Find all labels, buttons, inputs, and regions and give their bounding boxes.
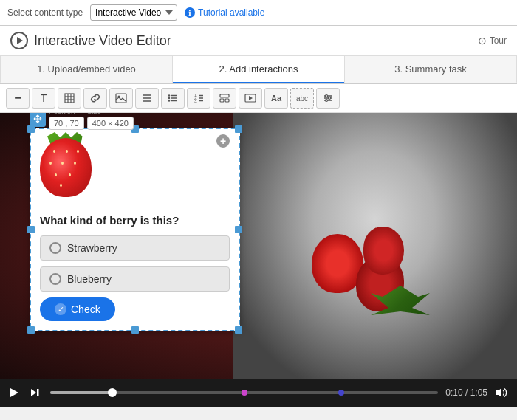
check-icon: ✓ (55, 303, 66, 315)
toolbar-table-button[interactable] (58, 88, 81, 109)
progress-thumb[interactable] (108, 388, 117, 397)
strawberry-cluster (290, 219, 437, 337)
tab-upload[interactable]: 1. Upload/embed video (0, 56, 173, 83)
editor-header: Interactive Video Editor Tour (0, 26, 517, 56)
option-strawberry-label: Strawberry (67, 242, 117, 254)
layout-icon (219, 94, 230, 103)
option-blueberry[interactable]: Blueberry (40, 266, 230, 292)
check-label: Check (71, 303, 100, 315)
editor-title: Interactive Video Editor (10, 32, 171, 49)
settings-icon (323, 93, 333, 103)
table-icon (64, 93, 75, 103)
resize-handle-br[interactable] (235, 326, 242, 334)
toolbar: − T (0, 84, 517, 113)
position-bar: Position 70 , 70 Size 400 × 420 (30, 113, 134, 130)
volume-icon (495, 388, 508, 398)
tutorial-link-text: Tutorial available (198, 7, 264, 18)
toolbar-text3-button[interactable]: abc (290, 88, 314, 109)
resize-handle-ml[interactable] (27, 226, 35, 233)
svg-marker-33 (10, 388, 18, 397)
toolbar-ordered-list-button[interactable]: 1. 2. 3. (187, 88, 210, 109)
option-strawberry[interactable]: Strawberry (40, 235, 230, 261)
position-drag-button[interactable] (30, 113, 46, 127)
skip-icon (30, 388, 40, 398)
widget-image-area: + (40, 138, 230, 207)
toolbar-text-button[interactable]: T (32, 88, 55, 109)
toolbar-layout-button[interactable] (213, 88, 236, 109)
radio-blueberry[interactable] (49, 273, 61, 285)
progress-filled (50, 391, 112, 394)
resize-handle-tr[interactable] (235, 125, 242, 133)
svg-marker-34 (31, 389, 36, 396)
editor-title-text: Interactive Video Editor (34, 33, 171, 49)
svg-rect-35 (37, 389, 39, 396)
image-icon (115, 93, 127, 103)
resize-handle-mr[interactable] (235, 226, 242, 233)
svg-rect-22 (220, 94, 229, 97)
widget-strawberry-image (40, 138, 99, 204)
svg-point-31 (329, 97, 331, 100)
progress-marker-2 (338, 390, 344, 396)
size-coords: 400 × 420 (87, 117, 134, 130)
play-circle-icon (10, 32, 28, 49)
toolbar-link-button[interactable] (83, 88, 107, 109)
position-label: Position (49, 113, 84, 115)
tour-label: Tour (490, 35, 507, 46)
svg-rect-23 (220, 99, 224, 102)
play-icon (9, 388, 19, 398)
volume-button[interactable] (492, 385, 511, 401)
toolbar-settings-button[interactable] (316, 88, 340, 109)
toolbar-minus-button[interactable]: − (6, 88, 30, 109)
check-button[interactable]: ✓ Check (40, 297, 115, 321)
svg-point-12 (168, 97, 170, 99)
tab-interactions[interactable]: 2. Add interactions (173, 56, 344, 83)
radio-strawberry[interactable] (49, 242, 61, 254)
toolbar-media-button[interactable] (239, 88, 262, 109)
link-icon (90, 93, 100, 103)
tab-summary[interactable]: 3. Summary task (344, 56, 517, 83)
svg-text:3.: 3. (194, 99, 197, 103)
ordered-list-icon: 1. 2. 3. (194, 94, 204, 103)
toolbar-image-button[interactable] (109, 88, 133, 109)
toolbar-unordered-list-button[interactable] (161, 88, 185, 109)
content-type-select[interactable]: Interactive Video (90, 4, 177, 21)
strawberry-body (40, 138, 92, 197)
svg-rect-24 (225, 99, 229, 102)
svg-point-32 (326, 100, 328, 102)
toolbar-list-button[interactable] (135, 88, 159, 109)
widget-question: What kind of berry is this? (40, 214, 230, 227)
tabs-bar: 1. Upload/embed video 2. Add interaction… (0, 56, 517, 84)
tour-button[interactable]: Tour (478, 35, 507, 47)
bowl-scene (233, 113, 517, 379)
svg-marker-36 (496, 388, 501, 397)
svg-point-30 (326, 95, 328, 97)
unordered-list-icon (168, 94, 178, 103)
skip-button[interactable] (27, 385, 43, 401)
media-icon (244, 94, 256, 103)
list-icon (142, 94, 152, 103)
strawberry-seeds (40, 138, 92, 197)
interaction-widget[interactable]: Position 70 , 70 Size 400 × 420 (30, 128, 240, 331)
toolbar-text2-button[interactable]: Aa (264, 88, 288, 109)
position-coords: 70 , 70 (49, 117, 84, 130)
progress-bar[interactable] (50, 391, 438, 394)
progress-marker-1 (242, 390, 247, 396)
add-content-button[interactable]: + (216, 134, 230, 148)
size-label: Size (87, 113, 134, 115)
move-icon (33, 114, 42, 123)
top-bar: Select content type Interactive Video Tu… (0, 0, 517, 26)
content-type-label: Select content type (7, 7, 83, 18)
play-button[interactable] (6, 385, 22, 401)
svg-point-14 (168, 100, 170, 101)
svg-rect-0 (65, 94, 74, 103)
resize-handle-bl[interactable] (27, 326, 35, 334)
svg-point-10 (168, 94, 170, 96)
time-display: 0:10 / 1:05 (445, 388, 487, 398)
editor-area: Position 70 , 70 Size 400 × 420 (0, 113, 517, 379)
widget-inner: + What kind of berry is this? Strawberry… (31, 129, 239, 330)
tutorial-link[interactable]: Tutorial available (185, 7, 264, 18)
controls-bar: 0:10 / 1:05 (0, 379, 517, 407)
svg-marker-26 (249, 96, 253, 100)
option-blueberry-label: Blueberry (67, 273, 112, 285)
resize-handle-bm[interactable] (131, 326, 139, 334)
